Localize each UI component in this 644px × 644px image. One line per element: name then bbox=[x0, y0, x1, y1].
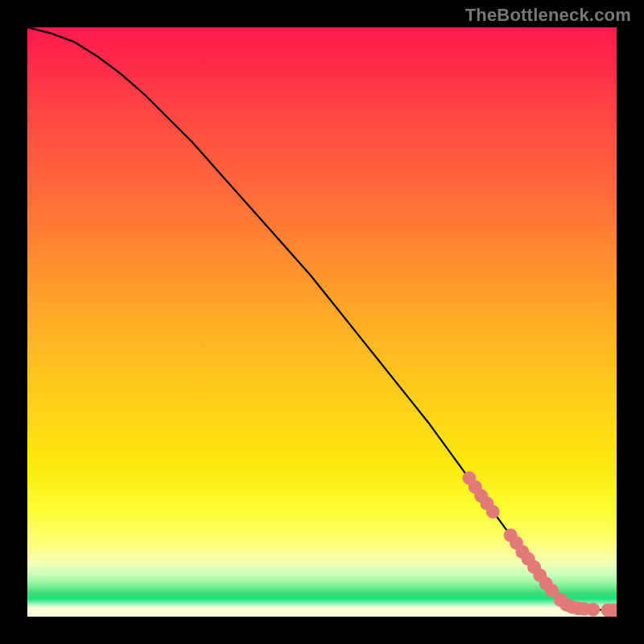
plot-area bbox=[27, 27, 617, 617]
data-dot bbox=[586, 603, 600, 617]
data-dot bbox=[486, 505, 500, 518]
chart-frame: TheBottleneck.com bbox=[0, 0, 644, 644]
data-dots-group bbox=[463, 471, 617, 617]
watermark-text: TheBottleneck.com bbox=[465, 5, 631, 26]
chart-svg bbox=[27, 27, 617, 617]
bottleneck-curve-line bbox=[27, 27, 617, 610]
